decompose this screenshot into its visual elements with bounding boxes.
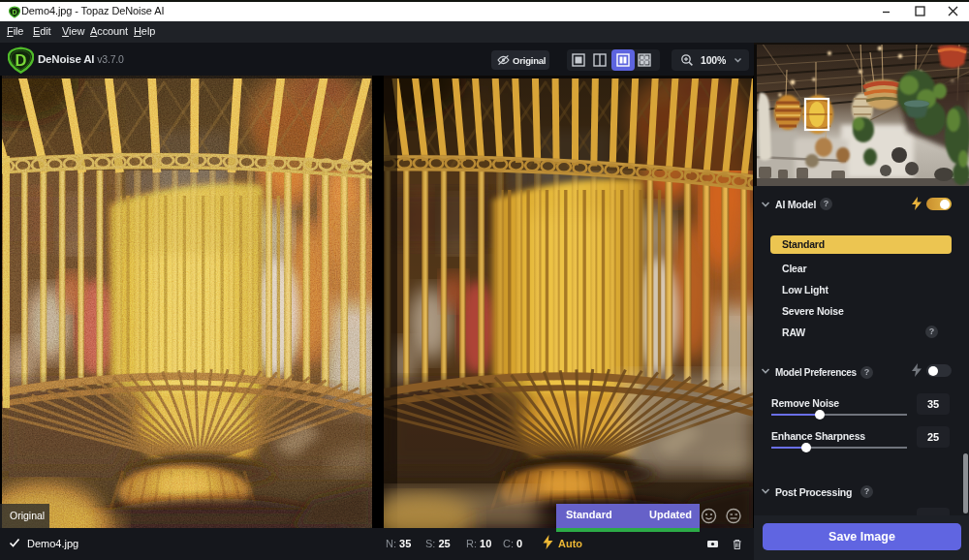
svg-text:D: D: [16, 51, 27, 69]
svg-text:D: D: [12, 9, 16, 16]
